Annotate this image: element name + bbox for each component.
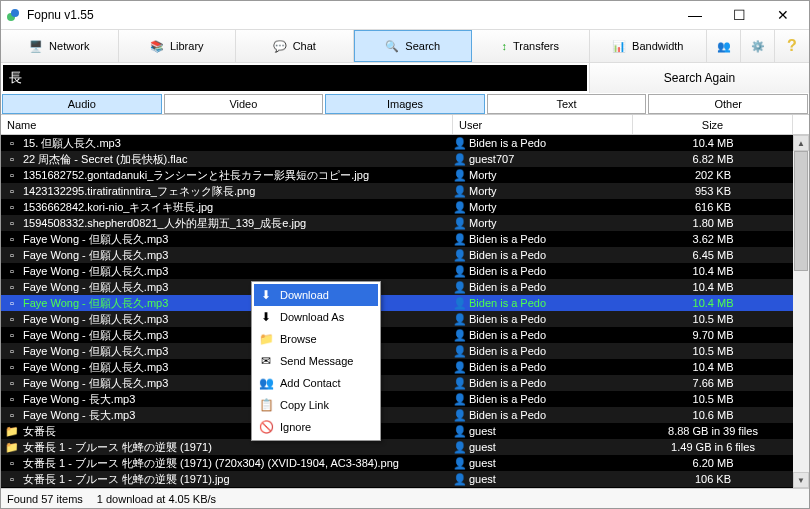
user-icon: 👤 (453, 393, 467, 406)
ctx-send-message[interactable]: ✉Send Message (254, 350, 378, 372)
result-row[interactable]: ▫1351682752.gontadanuki_ランシーンと社長カラー影異短のコ… (1, 167, 809, 183)
chat-button[interactable]: 💬Chat (236, 30, 354, 62)
file-size: 10.4 MB (633, 265, 793, 277)
transfers-button[interactable]: ↕Transfers (472, 30, 590, 62)
result-row[interactable]: ▫1594508332.shepherd0821_人外的星期五_139_成長e.… (1, 215, 809, 231)
folder-icon: 📁 (4, 441, 20, 454)
user-name: Biden is a Pedo (467, 233, 633, 245)
result-row[interactable]: 📁女番長 1 - ブルース 牝蜂の逆襲 (1971)👤guest1.49 GB … (1, 439, 809, 455)
user-name: Biden is a Pedo (467, 249, 633, 261)
user-name: Biden is a Pedo (467, 329, 633, 341)
close-button[interactable]: ✕ (761, 2, 805, 28)
user-name: Morty (467, 217, 633, 229)
file-size: 10.6 MB (633, 409, 793, 421)
folder-icon: 📁 (4, 425, 20, 438)
bandwidth-button[interactable]: 📊Bandwidth (590, 30, 708, 62)
user-icon: 👤 (453, 473, 467, 486)
result-row[interactable]: ▫女番長 1 - ブルース 牝蜂の逆襲 (1971).jpg👤guest106 … (1, 471, 809, 487)
result-row[interactable]: ▫女番長 1 - ブルース 牝蜂の逆襲 (1971) (720x304) (XV… (1, 455, 809, 471)
file-size: 106 KB (633, 473, 793, 485)
result-row[interactable]: ▫15. 但願人長久.mp3👤Biden is a Pedo10.4 MB (1, 135, 809, 151)
download-icon: ⬇ (258, 288, 274, 302)
network-button[interactable]: 🖥️Network (1, 30, 119, 62)
file-name: 女番長 (23, 424, 453, 439)
settings-button[interactable]: ⚙️ (741, 30, 775, 62)
header-scrollbar-spacer (793, 115, 809, 134)
result-row[interactable]: ▫Faye Wong - 但願人長久.mp3👤Biden is a Pedo10… (1, 343, 809, 359)
help-icon: ? (787, 37, 797, 55)
result-row[interactable]: ▫1536662842.kori-nio_キスイキ班長.jpg👤Morty616… (1, 199, 809, 215)
file-icon: ▫ (4, 281, 20, 293)
file-icon: ▫ (4, 409, 20, 421)
tab-other[interactable]: Other (648, 94, 808, 114)
ctx-browse[interactable]: 📁Browse (254, 328, 378, 350)
result-row[interactable]: ▫Faye Wong - 但願人長久.mp3👤Biden is a Pedo10… (1, 263, 809, 279)
file-size: 616 KB (633, 201, 793, 213)
ctx-copy-link[interactable]: 📋Copy Link (254, 394, 378, 416)
library-button[interactable]: 📚Library (119, 30, 237, 62)
users-icon: 👥 (717, 40, 731, 53)
ctx-ignore[interactable]: 🚫Ignore (254, 416, 378, 438)
result-row[interactable]: ▫Faye Wong - 但願人長久.mp3👤Biden is a Pedo10… (1, 359, 809, 375)
file-size: 6.20 MB (633, 457, 793, 469)
file-size: 10.4 MB (633, 361, 793, 373)
user-name: Biden is a Pedo (467, 345, 633, 357)
result-row[interactable]: ▫Faye Wong - 但願人長久.mp3👤Biden is a Pedo3.… (1, 231, 809, 247)
minimize-button[interactable]: — (673, 2, 717, 28)
help-button[interactable]: ? (775, 30, 809, 62)
header-size[interactable]: Size (633, 115, 793, 134)
file-icon: ▫ (4, 249, 20, 261)
file-name: Faye Wong - 但願人長久.mp3 (23, 264, 453, 279)
user-icon: 👤 (453, 329, 467, 342)
scroll-up-button[interactable]: ▲ (793, 135, 809, 151)
add-contact-icon: 👥 (258, 376, 274, 390)
titlebar: Fopnu v1.55 — ☐ ✕ (1, 1, 809, 29)
result-row[interactable]: ▫Faye Wong - 但願人長久.mp3👤Biden is a Pedo10… (1, 295, 809, 311)
search-button[interactable]: 🔍Search (354, 30, 473, 62)
search-again-button[interactable]: Search Again (589, 63, 809, 93)
result-row[interactable]: ▫Faye Wong - 長大.mp3👤Biden is a Pedo10.5 … (1, 391, 809, 407)
result-row[interactable]: ▫Faye Wong - 但願人長久.mp3👤Biden is a Pedo6.… (1, 247, 809, 263)
user-name: Biden is a Pedo (467, 297, 633, 309)
user-icon: 👤 (453, 457, 467, 470)
ctx-download-as[interactable]: ⬇Download As (254, 306, 378, 328)
file-icon: ▫ (4, 137, 20, 149)
tab-audio[interactable]: Audio (2, 94, 162, 114)
svg-point-1 (11, 9, 19, 17)
results-list[interactable]: ▫15. 但願人長久.mp3👤Biden is a Pedo10.4 MB▫22… (1, 135, 809, 488)
user-icon: 👤 (453, 169, 467, 182)
users-button[interactable]: 👥 (707, 30, 741, 62)
ctx-add-contact[interactable]: 👥Add Contact (254, 372, 378, 394)
result-row[interactable]: ▫Faye Wong - 長大.mp3👤Biden is a Pedo10.6 … (1, 407, 809, 423)
tab-video[interactable]: Video (164, 94, 324, 114)
network-icon: 🖥️ (29, 40, 43, 53)
search-input[interactable] (3, 65, 587, 91)
user-name: Biden is a Pedo (467, 265, 633, 277)
scrollbar[interactable]: ▲ ▼ (793, 135, 809, 488)
gear-icon: ⚙️ (751, 40, 765, 53)
result-row[interactable]: ▫1423132295.tiratiratinntira_フェネック隊長.png… (1, 183, 809, 199)
result-row[interactable]: ▫Faye Wong - 但願人長久.mp3👤Biden is a Pedo7.… (1, 375, 809, 391)
result-row[interactable]: ▫22 周杰倫 - Secret (加長快板).flac👤guest7076.8… (1, 151, 809, 167)
status-found: Found 57 items (7, 493, 83, 505)
user-icon: 👤 (453, 297, 467, 310)
header-user[interactable]: User (453, 115, 633, 134)
scroll-thumb[interactable] (794, 151, 808, 271)
tab-text[interactable]: Text (487, 94, 647, 114)
result-row[interactable]: ▫Faye Wong - 但願人長久.mp3👤Biden is a Pedo9.… (1, 327, 809, 343)
file-size: 10.5 MB (633, 393, 793, 405)
tab-images[interactable]: Images (325, 94, 485, 114)
ctx-download[interactable]: ⬇Download (254, 284, 378, 306)
header-name[interactable]: Name (1, 115, 453, 134)
maximize-button[interactable]: ☐ (717, 2, 761, 28)
user-icon: 👤 (453, 233, 467, 246)
file-name: 1594508332.shepherd0821_人外的星期五_139_成長e.j… (23, 216, 453, 231)
result-row[interactable]: ▫Faye Wong - 但願人長久.mp3👤Biden is a Pedo10… (1, 311, 809, 327)
main-toolbar: 🖥️Network 📚Library 💬Chat 🔍Search ↕Transf… (1, 29, 809, 63)
result-row[interactable]: 📁女番長👤guest8.88 GB in 39 files (1, 423, 809, 439)
user-icon: 👤 (453, 409, 467, 422)
result-row[interactable]: 📁女番長 2 - ブルース 牝蜂の挑戦 (1972)👤guest787 MB i… (1, 487, 809, 488)
scroll-down-button[interactable]: ▼ (793, 472, 809, 488)
result-row[interactable]: ▫Faye Wong - 但願人長久.mp3👤Biden is a Pedo10… (1, 279, 809, 295)
context-menu: ⬇Download ⬇Download As 📁Browse ✉Send Mes… (251, 281, 381, 441)
